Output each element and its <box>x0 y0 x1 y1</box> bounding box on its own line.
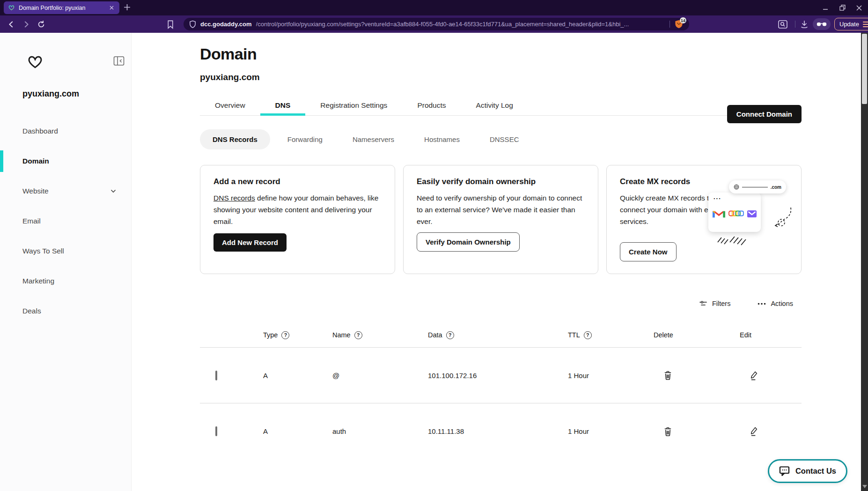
card-add-record: Add a new record DNS records define how … <box>200 165 395 274</box>
navbar-separator <box>795 21 795 28</box>
scrollbar-down-arrow[interactable] <box>862 485 867 488</box>
card-body: Quickly create MX records to connect you… <box>620 193 722 227</box>
privacy-extension-icon[interactable]: 14 <box>674 20 684 29</box>
delete-trash-icon[interactable] <box>662 369 673 381</box>
reload-icon[interactable] <box>36 19 47 30</box>
sidebar-item-email[interactable]: Email <box>0 206 131 236</box>
cell-name: @ <box>332 372 428 379</box>
menu-hamburger-icon <box>863 22 868 27</box>
cell-name: auth <box>332 427 428 435</box>
dns-subtabs: DNS Records Forwarding Nameservers Hostn… <box>200 129 802 149</box>
dns-records-table: Type? Name? Data? TTL? Delete Edit A @ 1… <box>200 323 802 459</box>
table-toolbar: Filters Actions <box>200 300 802 307</box>
godaddy-logo-icon[interactable] <box>26 53 44 71</box>
url-path: /control/portfolio/pyuxiang.com/settings… <box>256 21 665 28</box>
update-label: Update <box>839 21 859 28</box>
sidebar-collapse-icon[interactable] <box>113 55 125 67</box>
help-icon[interactable]: ? <box>354 331 362 339</box>
contact-us-button[interactable]: Contact Us <box>768 459 847 483</box>
address-bar-illustration: .com <box>729 180 786 193</box>
subtab-dnssec[interactable]: DNSSEC <box>477 129 532 149</box>
page-search-icon[interactable] <box>777 19 788 30</box>
gmail-icon <box>713 209 725 218</box>
filters-button[interactable]: Filters <box>699 300 730 307</box>
tab-dns[interactable]: DNS <box>260 95 306 115</box>
sidebar-item-domain[interactable]: Domain <box>0 146 131 176</box>
help-icon[interactable]: ? <box>281 331 289 339</box>
url-bar[interactable]: dcc.godaddy.com /control/portfolio/pyuxi… <box>184 18 689 30</box>
browser-tab-title: Domain Portfolio: pyuxian <box>19 5 104 11</box>
download-icon[interactable] <box>799 19 810 30</box>
new-tab-button[interactable] <box>124 4 131 11</box>
card-title: Easily verify domain ownership <box>417 177 585 186</box>
create-now-button[interactable]: Create Now <box>620 242 677 261</box>
window-restore-icon[interactable] <box>839 5 846 11</box>
row-checkbox[interactable] <box>215 371 217 380</box>
card-body: DNS records define how your domain behav… <box>213 193 382 227</box>
page-scrollbar <box>861 33 868 491</box>
col-type: Type <box>263 331 278 339</box>
browser-window-illustration: ... <box>708 193 761 232</box>
section-tabs: Overview DNS Registration Settings Produ… <box>200 95 802 116</box>
tab-overview[interactable]: Overview <box>200 95 260 115</box>
table-row: A auth 10.11.11.38 1 Hour <box>200 403 802 459</box>
cell-data: 10.11.11.38 <box>428 427 568 435</box>
tab-close-icon[interactable] <box>108 4 115 12</box>
verify-domain-ownership-button[interactable]: Verify Domain Ownership <box>417 232 520 252</box>
subtab-nameservers[interactable]: Nameservers <box>340 129 407 149</box>
site-permissions-shield-icon[interactable] <box>189 20 196 28</box>
row-checkbox[interactable] <box>215 426 217 436</box>
mx-illustration: ... <box>708 186 791 253</box>
sidebar-menu: Dashboard Domain Website Email Ways To S… <box>0 116 131 326</box>
browser-update-menu-button[interactable]: Update <box>834 18 868 30</box>
col-ttl: TTL <box>568 331 580 339</box>
reader-extension-icon[interactable] <box>813 18 831 30</box>
sidebar-item-marketing[interactable]: Marketing <box>0 266 131 296</box>
col-data: Data <box>428 331 442 339</box>
sidebar-item-ways-to-sell[interactable]: Ways To Sell <box>0 236 131 266</box>
info-cards: Add a new record DNS records define how … <box>200 165 802 274</box>
bookmark-icon[interactable] <box>165 19 176 30</box>
help-icon[interactable]: ? <box>584 331 592 339</box>
table-header-row: Type? Name? Data? TTL? Delete Edit <box>200 323 802 348</box>
forward-icon[interactable] <box>21 19 32 30</box>
help-icon[interactable]: ? <box>446 331 454 339</box>
table-row: A @ 101.100.172.16 1 Hour <box>200 348 802 403</box>
delete-trash-icon[interactable] <box>662 425 673 438</box>
scrollbar-thumb[interactable] <box>862 34 867 104</box>
window-dots: ... <box>714 193 721 201</box>
add-new-record-button[interactable]: Add New Record <box>213 233 287 252</box>
browser-tab[interactable]: Domain Portfolio: pyuxian <box>4 1 119 14</box>
window-controls <box>822 0 862 15</box>
subtab-forwarding[interactable]: Forwarding <box>275 129 335 149</box>
sidebar-item-dashboard[interactable]: Dashboard <box>0 116 131 146</box>
address-line <box>742 187 768 187</box>
tab-activity-log[interactable]: Activity Log <box>461 95 528 115</box>
back-icon[interactable] <box>6 19 17 30</box>
window-close-icon[interactable] <box>856 5 862 11</box>
connect-domain-button[interactable]: Connect Domain <box>727 105 802 123</box>
tab-products[interactable]: Products <box>402 95 461 115</box>
browser-tab-strip: Domain Portfolio: pyuxian <box>0 0 868 15</box>
edit-pencil-icon[interactable] <box>748 369 759 381</box>
sidebar: pyuxiang.com Dashboard Domain Website Em… <box>0 33 132 491</box>
tab-registration-settings[interactable]: Registration Settings <box>305 95 402 115</box>
col-delete: Delete <box>654 331 673 339</box>
window-minimize-icon[interactable] <box>822 5 829 11</box>
sidebar-item-deals[interactable]: Deals <box>0 296 131 326</box>
sidebar-item-website[interactable]: Website <box>0 176 131 206</box>
edit-pencil-icon[interactable] <box>748 425 759 438</box>
cell-ttl: 1 Hour <box>568 427 654 435</box>
rings-logo-icon <box>728 210 744 217</box>
email-provider-logos <box>713 209 757 218</box>
subtab-hostnames[interactable]: Hostnames <box>412 129 472 149</box>
dashed-squiggle-icon <box>773 207 793 231</box>
actions-button[interactable]: Actions <box>758 300 793 307</box>
dns-records-link[interactable]: DNS records <box>213 194 255 202</box>
hatch-lines-icon <box>716 233 750 246</box>
chevron-down-icon <box>110 187 117 195</box>
url-separator <box>669 21 670 28</box>
cell-data: 101.100.172.16 <box>428 372 568 379</box>
site-favicon-godaddy-icon <box>8 4 15 11</box>
subtab-dns-records[interactable]: DNS Records <box>200 129 270 149</box>
